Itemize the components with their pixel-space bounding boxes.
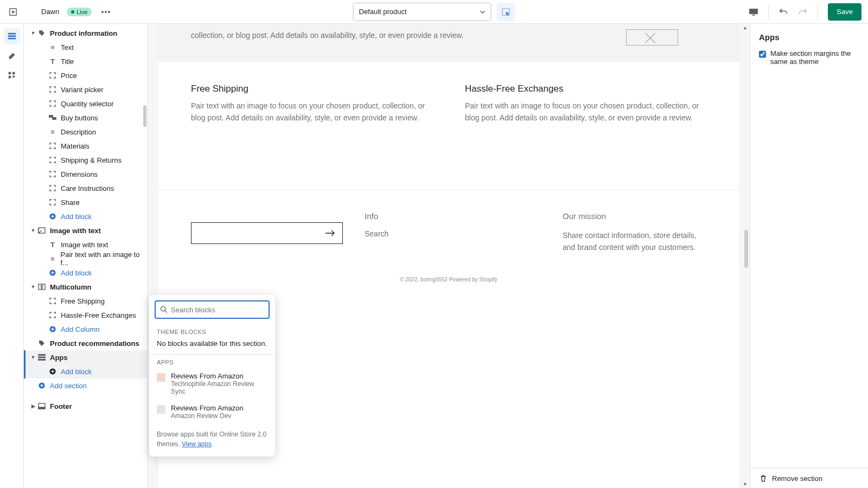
text-icon: T <box>48 241 58 249</box>
block-free-shipping[interactable]: Free Shipping <box>24 294 147 308</box>
section-label: Product information <box>50 29 117 37</box>
block-variant-picker[interactable]: Variant picker <box>24 82 147 97</box>
block-label: Care Instructions <box>61 184 114 192</box>
add-section[interactable]: Add section <box>24 378 147 393</box>
rail-theme-button[interactable] <box>4 48 20 64</box>
add-column[interactable]: Add Column <box>24 322 147 336</box>
block-price[interactable]: Price <box>24 68 147 82</box>
column-free-shipping: Free Shipping Pair text with an image to… <box>191 84 432 124</box>
app-subtitle: Technophile Amazon Review Sync <box>171 380 267 395</box>
section-label: Apps <box>50 354 68 362</box>
footer-link-search[interactable]: Search <box>365 229 508 238</box>
section-product-recommendations[interactable]: Product recommendations <box>24 336 147 350</box>
footer-col-mission: Our mission Share contact information, s… <box>563 211 706 254</box>
bracket-icon <box>48 157 58 163</box>
add-block-image-text[interactable]: Add block <box>24 266 147 280</box>
add-block-product-info[interactable]: Add block <box>24 209 147 223</box>
svg-rect-18 <box>38 357 46 358</box>
block-title[interactable]: TTitle <box>24 54 147 68</box>
status-badge: Live <box>67 8 92 16</box>
hero-section: collection, or blog post. Add details on… <box>158 24 739 62</box>
block-pair-text[interactable]: ≡Pair text with an image to f... <box>24 252 147 266</box>
block-hassle-free[interactable]: Hassle-Free Exchanges <box>24 308 147 322</box>
remove-section-button[interactable]: Remove section <box>750 468 868 488</box>
block-description[interactable]: ≡Description <box>24 125 147 139</box>
lines-icon: ≡ <box>48 43 58 52</box>
margins-checkbox-row[interactable]: Make section margins the same as theme <box>759 49 859 66</box>
scroll-down-icon[interactable]: ▼ <box>743 481 748 487</box>
bracket-icon <box>48 72 58 79</box>
right-panel-title: Apps <box>759 33 859 42</box>
topbar-left: Dawn Live ••• <box>7 5 112 18</box>
app-icon <box>157 373 165 382</box>
more-button[interactable]: ••• <box>99 5 112 18</box>
plus-circle-icon <box>48 368 58 375</box>
block-image-with-text[interactable]: TImage with text <box>24 237 147 252</box>
block-shipping-returns[interactable]: Shipping & Returns <box>24 153 147 167</box>
block-text[interactable]: ≡Text <box>24 40 147 54</box>
template-select-value: Default product <box>359 8 407 16</box>
inspector-toggle[interactable] <box>497 3 515 21</box>
exit-button[interactable] <box>7 5 20 18</box>
svg-rect-10 <box>52 117 56 120</box>
search-blocks-field[interactable] <box>155 300 270 319</box>
preview-scrollbar[interactable] <box>744 230 748 268</box>
search-input[interactable] <box>171 306 264 314</box>
svg-rect-6 <box>8 72 11 75</box>
topbar-center: Default product <box>353 3 515 21</box>
sidebar: ▼ Product information ≡Text TTitle Price… <box>24 24 148 488</box>
app-icon <box>157 405 165 414</box>
section-multicolumn[interactable]: ▼ Multicolumn <box>24 280 147 294</box>
block-label: Description <box>61 128 96 136</box>
caret-icon: ▼ <box>29 30 37 36</box>
arrow-right-icon <box>325 230 335 236</box>
topbar: Dawn Live ••• Default product Save <box>0 0 868 24</box>
apps-heading: APPS <box>149 355 275 368</box>
app-option-reviews-1[interactable]: Reviews From Amazon Technophile Amazon R… <box>149 368 275 400</box>
footer-body: Share contact information, store details… <box>563 229 706 254</box>
inspector-icon <box>501 7 511 17</box>
rail-apps-button[interactable] <box>4 67 20 84</box>
svg-rect-4 <box>8 35 15 37</box>
block-dimensions[interactable]: Dimensions <box>24 167 147 181</box>
rail-sections-button[interactable] <box>4 28 20 44</box>
section-footer[interactable]: ▶ Footer <box>24 399 147 413</box>
margins-checkbox[interactable] <box>759 50 766 59</box>
undo-icon <box>778 7 788 17</box>
block-quantity-selector[interactable]: Quantity selector <box>24 97 147 111</box>
caret-icon: ▼ <box>29 228 37 233</box>
footer-col-info: Info Search <box>365 211 508 254</box>
block-share[interactable]: Share <box>24 195 147 209</box>
app-title: Reviews From Amazon <box>171 404 244 412</box>
block-materials[interactable]: Materials <box>24 139 147 153</box>
view-apps-link[interactable]: View apps <box>182 440 212 448</box>
section-product-information[interactable]: ▼ Product information <box>24 26 147 40</box>
theme-name: Dawn <box>41 8 59 16</box>
no-blocks-message: No blocks available for this section. <box>149 337 275 354</box>
add-block-apps[interactable]: Add block <box>24 364 147 378</box>
tag-icon <box>37 339 47 347</box>
scroll-up-icon[interactable]: ▲ <box>743 25 748 30</box>
block-buy-buttons[interactable]: Buy buttons <box>24 111 147 125</box>
section-image-with-text[interactable]: ▼ Image with text <box>24 223 147 237</box>
footer-col-quick <box>191 211 310 254</box>
app-option-reviews-2[interactable]: Reviews From Amazon Amazon Review Dev <box>149 400 275 424</box>
trash-icon <box>759 474 768 483</box>
block-label: Share <box>61 198 80 207</box>
save-button[interactable]: Save <box>828 3 861 21</box>
section-apps[interactable]: ▼ Apps <box>24 350 147 364</box>
remove-section-label: Remove section <box>772 474 822 483</box>
svg-rect-17 <box>38 354 46 356</box>
popover-footer: Browse apps built for Online Store 2.0 t… <box>149 424 275 457</box>
column-title: Free Shipping <box>191 84 432 94</box>
block-care-instructions[interactable]: Care Instructions <box>24 181 147 195</box>
search-icon <box>160 306 168 313</box>
text-icon: T <box>48 57 58 66</box>
desktop-view-button[interactable] <box>744 3 763 21</box>
block-label: Variant picker <box>61 86 104 94</box>
undo-button[interactable] <box>774 3 793 21</box>
block-label: Price <box>61 72 77 80</box>
app-subtitle: Amazon Review Dev <box>171 412 244 420</box>
email-input[interactable] <box>191 222 343 244</box>
template-select[interactable]: Default product <box>353 3 492 21</box>
